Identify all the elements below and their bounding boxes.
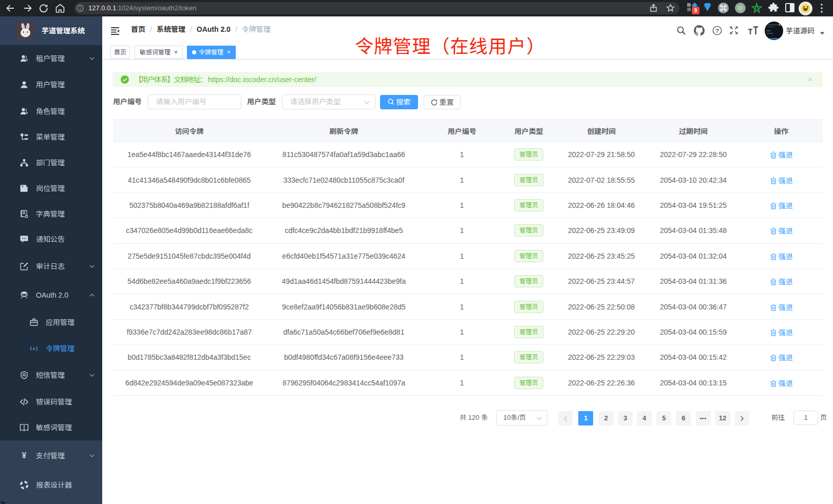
svg-text:?: ?: [715, 28, 719, 34]
svg-text:¥: ¥: [22, 451, 27, 460]
svg-text:A: A: [32, 346, 35, 351]
